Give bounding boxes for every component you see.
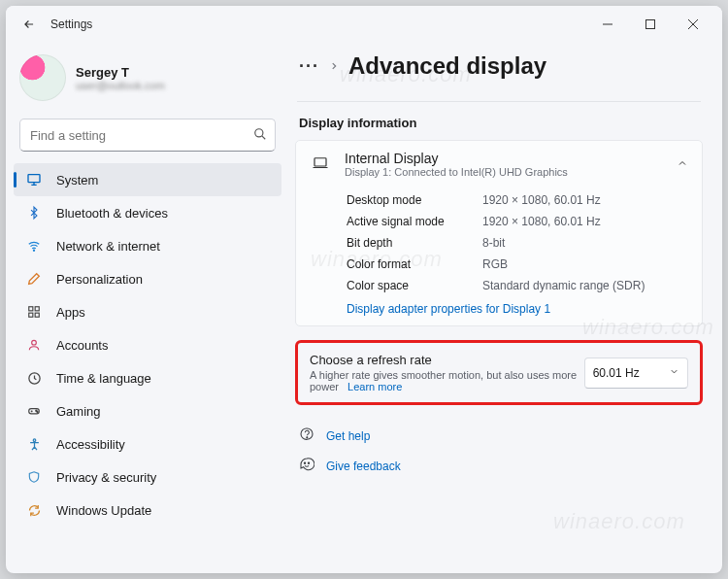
display-info-card: Internal Display Display 1: Connected to… xyxy=(295,140,703,326)
sidebar: Sergey T user@outlook.com System Bluetoo… xyxy=(6,43,291,573)
maximize-button[interactable] xyxy=(629,10,672,39)
main-content: winaero.com winaero.com winaero.com wina… xyxy=(291,43,722,573)
wifi-icon xyxy=(23,239,45,253)
sidebar-item-accounts[interactable]: Accounts xyxy=(14,328,281,361)
clock-icon xyxy=(23,371,45,386)
svg-point-17 xyxy=(304,462,305,463)
sidebar-item-privacy[interactable]: Privacy & security xyxy=(14,460,281,494)
info-row: Bit depth 8-bit xyxy=(347,232,688,254)
search-input[interactable] xyxy=(28,127,253,144)
adapter-properties-link[interactable]: Display adapter properties for Display 1 xyxy=(347,302,688,316)
footer-links: Get help Give feedback xyxy=(295,421,703,481)
sidebar-item-label: Windows Update xyxy=(56,503,151,518)
person-icon xyxy=(23,337,45,353)
chevron-down-icon xyxy=(669,366,679,380)
monitor-icon xyxy=(23,172,45,187)
sidebar-item-gaming[interactable]: Gaming xyxy=(14,394,281,427)
info-value: 1920 × 1080, 60.01 Hz xyxy=(482,215,601,228)
info-key: Color format xyxy=(347,257,482,271)
nav: System Bluetooth & devices Network & int… xyxy=(12,163,283,527)
minimize-button[interactable] xyxy=(586,10,629,39)
svg-point-13 xyxy=(37,411,38,412)
sidebar-item-label: Apps xyxy=(56,305,85,320)
sidebar-item-apps[interactable]: Apps xyxy=(14,295,281,328)
user-name: Sergey T xyxy=(76,65,165,80)
sidebar-item-network[interactable]: Network & internet xyxy=(14,229,281,262)
svg-point-4 xyxy=(33,250,34,251)
avatar xyxy=(19,54,66,101)
info-row: Color space Standard dynamic range (SDR) xyxy=(347,275,688,296)
close-button[interactable] xyxy=(672,10,714,39)
accessibility-icon xyxy=(23,437,45,452)
get-help-link[interactable]: Get help xyxy=(295,421,703,451)
svg-point-9 xyxy=(32,340,37,345)
sidebar-item-label: Bluetooth & devices xyxy=(56,206,168,221)
section-title: Display information xyxy=(299,116,699,130)
sidebar-item-label: Personalization xyxy=(56,272,143,287)
svg-rect-3 xyxy=(28,175,40,183)
info-row: Active signal mode 1920 × 1080, 60.01 Hz xyxy=(347,211,688,232)
help-icon xyxy=(299,426,314,445)
update-icon xyxy=(23,503,45,518)
svg-rect-1 xyxy=(646,20,655,29)
sidebar-item-accessibility[interactable]: Accessibility xyxy=(14,427,281,460)
card-subtitle: Display 1: Connected to Intel(R) UHD Gra… xyxy=(345,166,568,178)
sidebar-item-time-language[interactable]: Time & language xyxy=(14,361,281,394)
info-row: Color format RGB xyxy=(347,254,688,275)
svg-rect-7 xyxy=(29,313,33,317)
window-buttons xyxy=(586,10,714,39)
info-row: Desktop mode 1920 × 1080, 60.01 Hz xyxy=(347,189,688,211)
info-rows: Desktop mode 1920 × 1080, 60.01 Hz Activ… xyxy=(347,189,688,296)
sidebar-item-label: System xyxy=(56,173,98,187)
info-value: 8-bit xyxy=(482,236,505,250)
laptop-icon xyxy=(310,154,331,175)
apps-icon xyxy=(23,305,45,319)
app-title: Settings xyxy=(50,17,92,31)
learn-more-link[interactable]: Learn more xyxy=(347,381,402,392)
info-value: 1920 × 1080, 60.01 Hz xyxy=(482,193,601,207)
sidebar-item-system[interactable]: System xyxy=(14,163,281,196)
sidebar-item-bluetooth[interactable]: Bluetooth & devices xyxy=(14,196,281,229)
info-value: Standard dynamic range (SDR) xyxy=(482,279,645,292)
page-title: Advanced display xyxy=(348,52,546,80)
back-button[interactable] xyxy=(14,10,45,39)
svg-rect-5 xyxy=(29,307,33,311)
watermark: winaero.com xyxy=(553,509,685,534)
sidebar-item-windows-update[interactable]: Windows Update xyxy=(14,494,281,527)
info-value: RGB xyxy=(482,257,508,271)
bluetooth-icon xyxy=(23,205,45,221)
sidebar-item-personalization[interactable]: Personalization xyxy=(14,262,281,295)
chevron-right-icon xyxy=(329,59,339,74)
sidebar-item-label: Privacy & security xyxy=(56,470,156,485)
svg-point-14 xyxy=(33,438,36,441)
collapse-toggle[interactable] xyxy=(677,157,688,172)
breadcrumb-ellipsis[interactable]: ··· xyxy=(299,56,319,77)
feedback-icon xyxy=(299,457,314,475)
sidebar-item-label: Accessibility xyxy=(56,437,125,452)
info-key: Active signal mode xyxy=(347,215,482,228)
sidebar-item-label: Time & language xyxy=(56,371,151,386)
info-key: Color space xyxy=(347,279,482,292)
search-box[interactable] xyxy=(19,119,276,152)
profile[interactable]: Sergey T user@outlook.com xyxy=(12,49,283,113)
shield-icon xyxy=(23,469,45,485)
breadcrumb: ··· Advanced display xyxy=(295,47,703,82)
svg-point-18 xyxy=(308,462,309,463)
dropdown-value: 60.01 Hz xyxy=(593,366,640,380)
search-icon xyxy=(253,127,267,144)
refresh-rate-dropdown[interactable]: 60.01 Hz xyxy=(584,358,688,389)
divider xyxy=(297,95,701,102)
sidebar-item-label: Gaming xyxy=(56,404,101,419)
link-label: Get help xyxy=(326,429,370,443)
sidebar-item-label: Network & internet xyxy=(56,239,160,254)
link-label: Give feedback xyxy=(326,460,401,473)
refresh-title: Choose a refresh rate xyxy=(310,353,584,367)
svg-rect-8 xyxy=(35,313,39,317)
paint-icon xyxy=(23,271,45,287)
game-icon xyxy=(23,404,45,418)
give-feedback-link[interactable]: Give feedback xyxy=(295,451,703,481)
settings-window: Settings Sergey T user@outlook.com xyxy=(6,6,722,573)
refresh-rate-setting: Choose a refresh rate A higher rate give… xyxy=(295,340,703,405)
sidebar-item-label: Accounts xyxy=(56,338,108,353)
svg-point-2 xyxy=(255,128,263,136)
